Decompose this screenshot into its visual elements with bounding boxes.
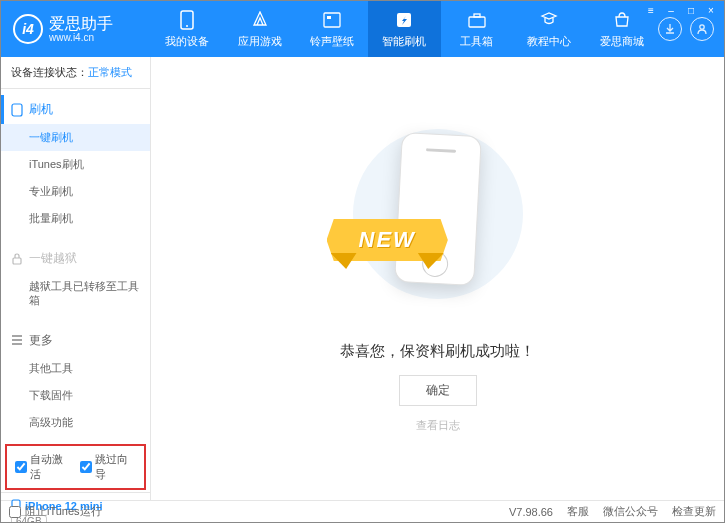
sidebar-flash-header[interactable]: 刷机 bbox=[1, 95, 150, 124]
svg-rect-6 bbox=[474, 14, 480, 17]
logo-icon: i4 bbox=[13, 14, 43, 44]
auto-activate-input[interactable] bbox=[15, 461, 27, 473]
minimize-button[interactable]: – bbox=[662, 3, 680, 17]
footer-service[interactable]: 客服 bbox=[567, 504, 589, 519]
sidebar-item-itunes-flash[interactable]: iTunes刷机 bbox=[1, 151, 150, 178]
svg-rect-3 bbox=[327, 16, 331, 19]
store-icon bbox=[612, 10, 632, 30]
sidebar-item-download-firmware[interactable]: 下载固件 bbox=[1, 382, 150, 409]
svg-rect-8 bbox=[12, 104, 22, 116]
tutorial-icon bbox=[539, 10, 559, 30]
nav-my-device[interactable]: 我的设备 bbox=[151, 1, 223, 57]
sidebar-jailbreak-note: 越狱工具已转移至工具箱 bbox=[1, 273, 150, 314]
window-controls: ≡ – □ × bbox=[642, 3, 720, 17]
menu-button[interactable]: ≡ bbox=[642, 3, 660, 17]
nav-label: 我的设备 bbox=[165, 34, 209, 49]
nav-flash[interactable]: 智能刷机 bbox=[368, 1, 440, 57]
footer-version: V7.98.66 bbox=[509, 506, 553, 518]
footer-wechat[interactable]: 微信公众号 bbox=[603, 504, 658, 519]
download-button[interactable] bbox=[658, 17, 682, 41]
block-itunes-checkbox[interactable]: 阻止iTunes运行 bbox=[9, 504, 102, 519]
footer-check-update[interactable]: 检查更新 bbox=[672, 504, 716, 519]
success-illustration: NEW bbox=[333, 124, 543, 324]
lock-icon bbox=[11, 253, 23, 265]
sidebar-item-oneclick-flash[interactable]: 一键刷机 bbox=[1, 124, 150, 151]
logo-area: i4 爱思助手 www.i4.cn bbox=[1, 14, 151, 44]
nav-label: 爱思商城 bbox=[600, 34, 644, 49]
brand-name: 爱思助手 bbox=[49, 15, 113, 33]
sidebar-item-batch-flash[interactable]: 批量刷机 bbox=[1, 205, 150, 232]
nav-toolbox[interactable]: 工具箱 bbox=[441, 1, 513, 57]
sidebar-more-header[interactable]: 更多 bbox=[1, 326, 150, 355]
nav-ringtone[interactable]: 铃声壁纸 bbox=[296, 1, 368, 57]
success-message: 恭喜您，保资料刷机成功啦！ bbox=[340, 342, 535, 361]
brand-url: www.i4.cn bbox=[49, 32, 113, 43]
nav-label: 智能刷机 bbox=[382, 34, 426, 49]
phone-icon bbox=[177, 10, 197, 30]
ok-button[interactable]: 确定 bbox=[399, 375, 477, 406]
main-content: NEW 恭喜您，保资料刷机成功啦！ 确定 查看日志 bbox=[151, 57, 724, 500]
sidebar-jailbreak-header[interactable]: 一键越狱 bbox=[1, 244, 150, 273]
apps-icon bbox=[250, 10, 270, 30]
checkbox-auto-activate[interactable]: 自动激活 bbox=[15, 452, 72, 482]
nav-tutorial[interactable]: 教程中心 bbox=[513, 1, 585, 57]
svg-rect-2 bbox=[324, 13, 340, 27]
close-button[interactable]: × bbox=[702, 3, 720, 17]
skip-guide-input[interactable] bbox=[80, 461, 92, 473]
svg-rect-5 bbox=[469, 17, 485, 27]
svg-point-1 bbox=[186, 25, 188, 27]
header-actions bbox=[658, 17, 724, 41]
sidebar-item-advanced[interactable]: 高级功能 bbox=[1, 409, 150, 436]
svg-rect-9 bbox=[13, 258, 21, 264]
svg-point-7 bbox=[700, 25, 704, 29]
flash-icon bbox=[394, 10, 414, 30]
sidebar: 设备连接状态：正常模式 刷机 一键刷机 iTunes刷机 专业刷机 批量刷机 一… bbox=[1, 57, 151, 500]
options-row: 自动激活 跳过向导 bbox=[5, 444, 146, 490]
toolbox-icon bbox=[467, 10, 487, 30]
nav-label: 铃声壁纸 bbox=[310, 34, 354, 49]
checkbox-skip-guide[interactable]: 跳过向导 bbox=[80, 452, 137, 482]
more-icon bbox=[11, 335, 23, 345]
maximize-button[interactable]: □ bbox=[682, 3, 700, 17]
nav-apps[interactable]: 应用游戏 bbox=[223, 1, 295, 57]
nav-label: 工具箱 bbox=[460, 34, 493, 49]
sidebar-item-other-tools[interactable]: 其他工具 bbox=[1, 355, 150, 382]
nav-label: 应用游戏 bbox=[238, 34, 282, 49]
app-header: ≡ – □ × i4 爱思助手 www.i4.cn 我的设备 应用游戏 铃声壁纸… bbox=[1, 1, 724, 57]
new-ribbon: NEW bbox=[327, 219, 448, 261]
phone-small-icon bbox=[11, 103, 23, 117]
nav-label: 教程中心 bbox=[527, 34, 571, 49]
wallpaper-icon bbox=[322, 10, 342, 30]
main-nav: 我的设备 应用游戏 铃声壁纸 智能刷机 工具箱 教程中心 爱思商城 bbox=[151, 1, 658, 57]
status-mode: 正常模式 bbox=[88, 66, 132, 78]
user-button[interactable] bbox=[690, 17, 714, 41]
phone-illustration bbox=[394, 132, 482, 286]
sidebar-item-pro-flash[interactable]: 专业刷机 bbox=[1, 178, 150, 205]
block-itunes-input[interactable] bbox=[9, 506, 21, 518]
view-log-link[interactable]: 查看日志 bbox=[416, 418, 460, 433]
device-status: 设备连接状态：正常模式 bbox=[1, 57, 150, 89]
